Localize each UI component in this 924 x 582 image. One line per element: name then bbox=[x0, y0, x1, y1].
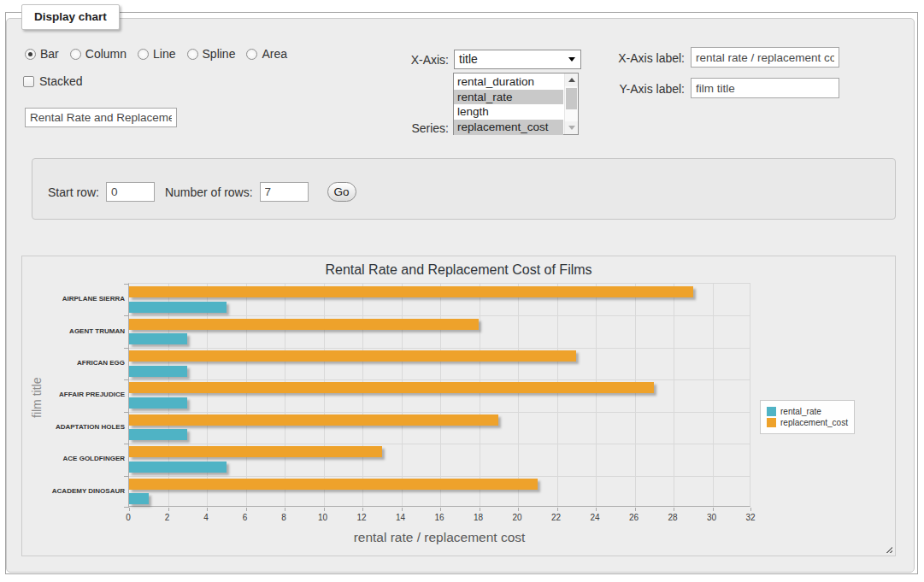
y-tick-mark bbox=[124, 315, 129, 316]
plot-area bbox=[128, 283, 750, 507]
gridline bbox=[324, 284, 325, 506]
category-label: ACE GOLDFINGER bbox=[29, 443, 125, 474]
x-tick-label: 16 bbox=[428, 513, 450, 522]
legend-item-replacement_cost[interactable]: replacement_cost bbox=[767, 418, 848, 427]
chart-type-radio-label: Line bbox=[153, 47, 175, 61]
legend-label: rental_rate bbox=[780, 407, 821, 416]
chart-type-radio-bar[interactable]: Bar bbox=[25, 47, 59, 61]
chart-type-radio-column[interactable]: Column bbox=[70, 47, 127, 61]
resize-handle-icon[interactable] bbox=[884, 544, 892, 553]
x-axis-select-value: title bbox=[459, 52, 478, 66]
y-tick-mark bbox=[124, 348, 129, 349]
legend-swatch-icon bbox=[767, 407, 776, 416]
bar-rental_rate bbox=[129, 397, 187, 409]
chart-legend: rental_ratereplacement_cost bbox=[760, 400, 855, 434]
gridline bbox=[440, 284, 441, 506]
x-tick-mark bbox=[168, 508, 169, 511]
x-tick-label: 26 bbox=[623, 513, 645, 522]
x-tick-mark bbox=[362, 508, 363, 511]
bar-rental_rate bbox=[129, 302, 227, 313]
legend-item-rental_rate[interactable]: rental_rate bbox=[767, 407, 848, 416]
x-tick-mark bbox=[635, 508, 636, 511]
x-tick-label: 28 bbox=[662, 513, 684, 522]
radio-icon bbox=[70, 49, 81, 60]
x-tick-label: 24 bbox=[584, 513, 606, 522]
x-tick-mark bbox=[324, 508, 325, 511]
chart-type-radio-spline[interactable]: Spline bbox=[187, 47, 236, 61]
y-tick-mark bbox=[124, 284, 129, 285]
bar-replacement_cost bbox=[129, 286, 693, 297]
chart-type-radio-line[interactable]: Line bbox=[138, 47, 175, 61]
gridline bbox=[129, 476, 750, 477]
series-options: rental_durationrental_ratelengthreplacem… bbox=[454, 74, 563, 133]
x-tick-label: 18 bbox=[468, 513, 490, 522]
gridline bbox=[129, 412, 750, 413]
bar-rental_rate bbox=[129, 429, 187, 440]
x-axis-title: rental rate / replacement cost bbox=[128, 530, 750, 545]
bar-replacement_cost bbox=[129, 414, 498, 426]
chart-type-radio-label: Bar bbox=[40, 47, 59, 61]
series-select-label: Series: bbox=[342, 121, 449, 135]
series-option-rental_duration[interactable]: rental_duration bbox=[454, 74, 563, 90]
bar-rental_rate bbox=[129, 366, 187, 377]
x-tick-mark bbox=[518, 508, 519, 511]
x-axis-label-input[interactable] bbox=[691, 47, 839, 68]
chart-type-radio-label: Spline bbox=[203, 47, 236, 61]
x-tick-label: 10 bbox=[312, 513, 334, 522]
start-row-label: Start row: bbox=[48, 185, 99, 199]
x-tick-mark bbox=[596, 508, 597, 511]
y-tick-mark bbox=[124, 412, 129, 413]
bar-replacement_cost bbox=[129, 479, 538, 490]
start-row-input[interactable] bbox=[106, 182, 155, 202]
num-rows-label: Number of rows: bbox=[165, 185, 253, 199]
gridline bbox=[635, 284, 636, 506]
radio-icon bbox=[138, 49, 149, 60]
chart-type-radio-area[interactable]: Area bbox=[246, 47, 287, 61]
stacked-checkbox[interactable] bbox=[23, 76, 34, 87]
num-rows-input[interactable] bbox=[260, 182, 309, 202]
radio-icon bbox=[246, 49, 257, 60]
scroll-down-icon bbox=[568, 126, 575, 130]
x-tick-mark bbox=[285, 508, 285, 511]
x-tick-mark bbox=[402, 508, 403, 511]
x-tick-label: 22 bbox=[545, 513, 568, 522]
gridline bbox=[362, 284, 363, 506]
series-multiselect[interactable]: rental_durationrental_ratelengthreplacem… bbox=[453, 73, 579, 135]
chart-type-radio-label: Area bbox=[262, 47, 287, 61]
x-tick-mark bbox=[557, 508, 558, 511]
x-axis-select-label: X-Axis: bbox=[342, 53, 449, 67]
scrollbar-down-button[interactable] bbox=[565, 121, 578, 134]
x-tick-label: 12 bbox=[350, 513, 373, 522]
x-tick-label: 6 bbox=[234, 513, 256, 522]
gridline bbox=[557, 284, 558, 506]
chart-title: Rental Rate and Replacement Cost of Film… bbox=[22, 262, 895, 278]
gridline bbox=[246, 284, 247, 506]
row-range-panel: Start row: Number of rows: Go bbox=[32, 158, 896, 220]
category-label: AGENT TRUMAN bbox=[29, 315, 125, 346]
series-option-replacement_cost[interactable]: replacement_cost bbox=[454, 120, 563, 135]
x-tick-mark bbox=[750, 508, 751, 511]
gridline bbox=[129, 315, 750, 316]
category-label: AIRPLANE SIERRA bbox=[29, 283, 125, 315]
x-tick-mark bbox=[713, 508, 714, 511]
x-tick-mark bbox=[129, 508, 130, 511]
y-tick-mark bbox=[124, 507, 129, 508]
go-button[interactable]: Go bbox=[327, 182, 356, 202]
gridline bbox=[674, 284, 674, 506]
chart-title-input[interactable] bbox=[25, 108, 177, 127]
x-tick-mark bbox=[207, 508, 208, 511]
radio-icon bbox=[25, 49, 36, 60]
series-option-length[interactable]: length bbox=[454, 104, 563, 120]
radio-icon bbox=[187, 49, 198, 60]
bar-rental_rate bbox=[129, 461, 227, 473]
x-tick-label: 2 bbox=[156, 513, 179, 522]
stacked-checkbox-row: Stacked bbox=[23, 74, 83, 88]
gridline bbox=[168, 284, 169, 506]
y-tick-mark bbox=[124, 476, 129, 477]
gridline bbox=[129, 348, 750, 349]
x-axis-select[interactable]: title bbox=[454, 50, 581, 69]
y-axis-label-input[interactable] bbox=[691, 78, 839, 98]
series-option-rental_rate[interactable]: rental_rate bbox=[454, 90, 563, 105]
page: Display chart BarColumnLineSplineArea St… bbox=[0, 0, 924, 582]
gridline bbox=[129, 379, 750, 380]
